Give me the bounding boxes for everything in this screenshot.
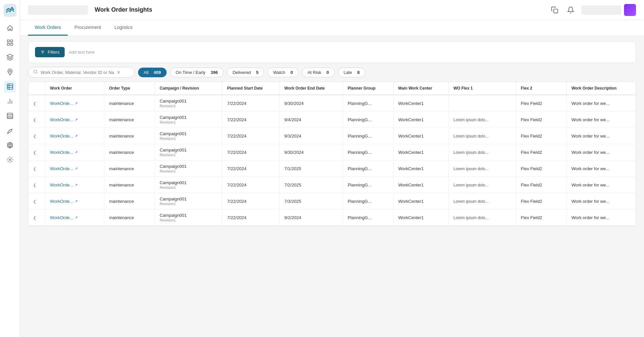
wo-flex1-cell: Lorem ipsum dolo... [449,144,516,161]
wo-desc-cell: Work order for we... [567,177,636,193]
work-order-link[interactable]: WorkOrde... ↗ [50,150,99,155]
wo-flex1-cell: Lorem ipsum dolo... [449,177,516,193]
header-icons [549,5,576,15]
col-header-wo-end: Work Order End Date [280,82,343,95]
campaign-cell: Campaign001 Revision1 [155,161,222,177]
expand-icon[interactable]: ❮ [33,101,36,106]
svg-point-5 [9,70,11,72]
svg-point-23 [34,70,37,73]
table-row: ❮ WorkOrde... ↗ maintenance Campaign001 … [28,209,636,226]
sidebar-item-box[interactable] [4,51,16,63]
avatar[interactable] [624,4,636,16]
expand-icon[interactable]: ❮ [33,183,36,187]
pill-on-time[interactable]: On Time / Early 396 [170,68,224,77]
wo-end-cell: 7/3/2025 [280,193,343,209]
wo-flex1-cell [449,95,516,112]
pill-delivered[interactable]: Delivered 5 [227,68,264,77]
sidebar-item-chart[interactable] [4,95,16,107]
col-header-wo-desc: Work Order Description [567,82,636,95]
wo-desc-cell: Work order for we... [567,128,636,144]
bell-icon[interactable] [565,5,576,15]
flex2-cell: Flex Field2 [516,95,567,112]
external-link-icon: ↗ [75,150,78,155]
main-wc-cell: WorkCenter1 [393,209,448,226]
planner-group-cell: PlanningG... [343,161,393,177]
planned-start-cell: 7/22/2024 [222,128,280,144]
sidebar-item-home[interactable] [4,22,16,34]
work-order-link[interactable]: WorkOrde... ↗ [50,215,99,220]
flex2-cell: Flex Field2 [516,112,567,128]
tab-procurement[interactable]: Procurement [68,20,108,36]
work-order-link[interactable]: WorkOrde... ↗ [50,134,99,139]
work-order-link[interactable]: WorkOrde... ↗ [50,166,99,171]
work-order-link[interactable]: WorkOrde... ↗ [50,117,99,122]
planner-group-cell: PlanningG... [343,95,393,112]
wo-desc-cell: Work order for we... [567,161,636,177]
expand-icon[interactable]: ❮ [33,199,36,204]
work-order-link[interactable]: WorkOrde... ↗ [50,182,99,187]
order-type-cell: maintenance [104,193,155,209]
sidebar-item-dashboard[interactable] [4,37,16,49]
flex2-cell: Flex Field2 [516,128,567,144]
search-input[interactable] [41,70,114,75]
planner-group-cell: PlanningG... [343,177,393,193]
planned-start-cell: 7/22/2024 [222,193,280,209]
header: Work Order Insights [20,0,644,20]
pill-at-risk[interactable]: At Risk 0 [302,68,335,77]
main-wc-cell: WorkCenter1 [393,112,448,128]
order-type-cell: maintenance [104,95,155,112]
expand-icon[interactable]: ❮ [33,215,36,220]
expand-icon[interactable]: ❮ [33,150,36,155]
search-box-container: ✕ [28,67,135,78]
search-icon [33,69,38,75]
main-wc-cell: WorkCenter1 [393,95,448,112]
search-pills-section: ✕ All 409 On Time / Early 396 Delivered … [28,67,636,78]
main-wc-cell: WorkCenter1 [393,177,448,193]
wo-desc-cell: Work order for we... [567,95,636,112]
pill-late[interactable]: Late 8 [338,68,365,77]
table-row: ❮ WorkOrde... ↗ maintenance Campaign001 … [28,112,636,128]
planner-group-cell: PlanningG... [343,193,393,209]
user-name-placeholder [581,5,621,15]
table-row: ❮ WorkOrde... ↗ maintenance Campaign001 … [28,161,636,177]
sidebar-item-leaf[interactable] [4,125,16,137]
order-type-cell: maintenance [104,177,155,193]
planner-group-cell: PlanningG... [343,144,393,161]
clear-icon[interactable]: ✕ [117,70,121,75]
wo-end-cell: 7/1/2025 [280,161,343,177]
filters-section: Filters Add text here [28,41,636,63]
sidebar-item-workorders[interactable] [4,81,16,93]
pill-all[interactable]: All 409 [138,68,167,77]
tab-logistics[interactable]: Logistics [108,20,139,36]
work-order-link[interactable]: WorkOrde... ↗ [50,199,99,204]
svg-line-24 [36,73,37,74]
header-user-area [581,4,636,16]
expand-icon[interactable]: ❮ [33,134,36,139]
main-wc-cell: WorkCenter1 [393,193,448,209]
order-type-cell: maintenance [104,161,155,177]
col-header-work-order: Work Order [45,82,104,95]
external-link-icon: ↗ [75,167,78,171]
flex2-cell: Flex Field2 [516,144,567,161]
sidebar-item-location[interactable] [4,66,16,78]
sidebar [0,0,20,337]
copy-icon[interactable] [549,5,560,15]
sidebar-item-asterisk[interactable] [4,154,16,166]
tab-bar: Work Orders Procurement Logistics [20,20,644,36]
svg-rect-19 [554,9,558,13]
planned-start-cell: 7/22/2024 [222,112,280,128]
expand-icon[interactable]: ❮ [33,167,36,171]
wo-end-cell: 9/2/2024 [280,209,343,226]
sidebar-item-globe[interactable] [4,139,16,151]
external-link-icon: ↗ [75,183,78,187]
work-order-link[interactable]: WorkOrde... ↗ [50,101,99,106]
sidebar-logo[interactable] [4,4,16,17]
expand-icon[interactable]: ❮ [33,118,36,122]
external-link-icon: ↗ [75,199,78,203]
table-row: ❮ WorkOrde... ↗ maintenance Campaign001 … [28,95,636,112]
sidebar-item-table[interactable] [4,110,16,122]
tab-work-orders[interactable]: Work Orders [28,20,68,36]
pill-watch[interactable]: Watch 0 [267,68,298,77]
filters-button[interactable]: Filters [35,47,65,57]
external-link-icon: ↗ [75,101,78,106]
